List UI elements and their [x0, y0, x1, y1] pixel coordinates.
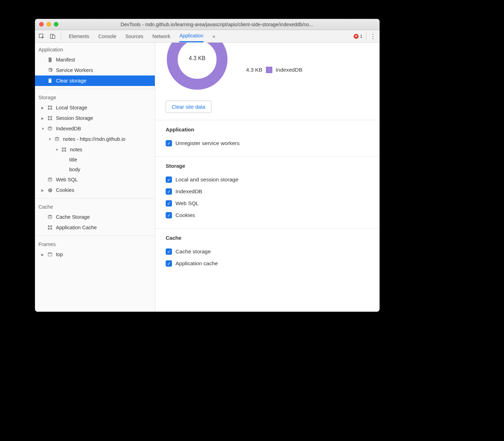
check-unregister-sw[interactable]: ✓ Unregister service workers [166, 137, 369, 149]
maximize-window-button[interactable] [54, 22, 58, 27]
traffic-lights [39, 22, 58, 27]
check-cookies[interactable]: ✓ Cookies [166, 209, 369, 221]
usage-legend: 4.3 KB IndexedDB [246, 67, 302, 73]
sidebar-item-label: Session Storage [56, 115, 93, 121]
document-icon [47, 57, 53, 63]
usage-donut: 4.3 KB [166, 45, 229, 94]
svg-rect-10 [50, 118, 52, 120]
settings-menu-icon[interactable]: ⋮ [370, 32, 376, 40]
frame-icon [47, 251, 53, 258]
sidebar-item-label: title [69, 157, 77, 162]
svg-rect-5 [48, 108, 50, 110]
sidebar-item-cache-storage[interactable]: Cache Storage [35, 212, 155, 222]
svg-rect-9 [48, 118, 50, 120]
sidebar-item-label: Cookies [56, 187, 74, 193]
svg-point-22 [48, 215, 52, 216]
toolbar-divider [61, 32, 61, 40]
sidebar-item-indexeddb[interactable]: ▼ IndexedDB [35, 123, 155, 134]
svg-rect-3 [48, 106, 50, 107]
sidebar-item-indexeddb-database[interactable]: ▼ notes - https://mdn.github.io [35, 134, 155, 144]
svg-point-19 [49, 189, 50, 190]
close-window-button[interactable] [39, 22, 44, 27]
check-indexeddb[interactable]: ✓ IndexedDB [166, 186, 369, 197]
tab-sources[interactable]: Sources [125, 30, 143, 42]
sidebar-item-service-workers[interactable]: Service Workers [35, 65, 155, 75]
device-toggle-icon[interactable] [50, 33, 56, 39]
checkbox-checked-icon[interactable]: ✓ [166, 188, 172, 195]
tab-console[interactable]: Console [98, 30, 116, 42]
database-icon [47, 176, 53, 183]
window-title: DevTools - mdn.github.io/learning-area/j… [58, 22, 375, 27]
database-icon [47, 214, 53, 220]
sidebar-item-label: Web SQL [56, 177, 78, 182]
chevron-right-icon: ▶ [41, 253, 45, 256]
svg-rect-2 [52, 35, 55, 38]
gear-icon [47, 67, 53, 73]
sidebar-item-cookies[interactable]: ▶ Cookies [35, 185, 155, 195]
section-title: Storage [166, 163, 369, 169]
check-cache-storage[interactable]: ✓ Cache storage [166, 246, 369, 258]
sidebar-item-indexeddb-field-title[interactable]: title [35, 155, 155, 165]
svg-rect-14 [64, 147, 66, 149]
sidebar-section-cache-title: Cache [35, 200, 155, 212]
check-application-cache[interactable]: ✓ Application cache [166, 258, 369, 269]
check-label: Cookies [175, 212, 195, 218]
devtools-toolbar: Elements Console Sources Network Applica… [35, 30, 380, 43]
sidebar-section-application-title: Application [35, 43, 155, 55]
tab-application[interactable]: Application [179, 30, 203, 42]
check-websql[interactable]: ✓ Web SQL [166, 197, 369, 209]
checkbox-checked-icon[interactable]: ✓ [166, 200, 172, 207]
chevron-down-icon: ▼ [48, 137, 52, 141]
check-label: Unregister service workers [175, 140, 239, 146]
check-label: Application cache [175, 260, 218, 267]
minimize-window-button[interactable] [46, 22, 51, 27]
sidebar-item-label: Clear storage [56, 78, 86, 84]
sidebar-item-local-storage[interactable]: ▶ Local Storage [35, 102, 155, 113]
svg-rect-6 [50, 108, 52, 110]
grid-icon [47, 104, 53, 111]
checkbox-checked-icon[interactable]: ✓ [166, 260, 172, 267]
svg-rect-13 [62, 147, 64, 149]
sidebar-item-top-frame[interactable]: ▶ top [35, 249, 155, 260]
tab-overflow[interactable]: » [213, 30, 215, 42]
svg-rect-24 [50, 225, 52, 227]
sidebar-item-label: notes - https://mdn.github.io [63, 136, 125, 142]
donut-chart-icon [164, 43, 230, 92]
inspect-icon[interactable] [38, 33, 45, 39]
svg-point-29 [172, 43, 222, 84]
svg-rect-25 [48, 228, 50, 230]
sidebar-item-label: IndexedDB [56, 126, 81, 131]
checkbox-checked-icon[interactable]: ✓ [166, 248, 172, 255]
checkbox-checked-icon[interactable]: ✓ [166, 176, 172, 183]
sidebar-item-websql[interactable]: Web SQL [35, 174, 155, 185]
usage-total: 4.3 KB [189, 55, 206, 62]
check-local-session[interactable]: ✓ Local and session storage [166, 174, 369, 186]
sidebar-item-application-cache[interactable]: Application Cache [35, 222, 155, 233]
tab-network[interactable]: Network [152, 30, 170, 42]
error-badge[interactable]: ✕ 1 [354, 34, 362, 39]
grid-icon [47, 224, 53, 231]
section-title: Cache [166, 235, 369, 241]
error-count: 1 [360, 34, 362, 39]
section-cache: Cache ✓ Cache storage ✓ Application cach… [155, 228, 380, 276]
usage-chart-row: 4.3 KB 4.3 KB IndexedDB [155, 43, 380, 101]
svg-point-20 [50, 189, 51, 190]
content-area: Application Manifest Service Workers Cle… [35, 43, 380, 312]
sidebar-item-session-storage[interactable]: ▶ Session Storage [35, 113, 155, 123]
devtools-window: DevTools - mdn.github.io/learning-area/j… [35, 19, 380, 312]
sidebar-item-indexeddb-field-body[interactable]: body [35, 165, 155, 174]
clear-site-data-button[interactable]: Clear site data [166, 101, 211, 113]
svg-rect-28 [48, 253, 52, 253]
sidebar-item-manifest[interactable]: Manifest [35, 55, 155, 65]
checkbox-checked-icon[interactable]: ✓ [166, 212, 172, 218]
chevron-right-icon: ▶ [41, 116, 45, 120]
sidebar-item-clear-storage[interactable]: Clear storage [35, 75, 155, 86]
checkbox-checked-icon[interactable]: ✓ [166, 140, 172, 146]
titlebar: DevTools - mdn.github.io/learning-area/j… [35, 19, 380, 30]
legend-swatch-icon [266, 67, 272, 73]
svg-point-18 [48, 188, 52, 192]
sidebar-item-indexeddb-store[interactable]: ▼ notes [35, 144, 155, 155]
grid-icon [47, 115, 53, 121]
svg-point-17 [48, 178, 52, 179]
tab-elements[interactable]: Elements [69, 30, 89, 42]
